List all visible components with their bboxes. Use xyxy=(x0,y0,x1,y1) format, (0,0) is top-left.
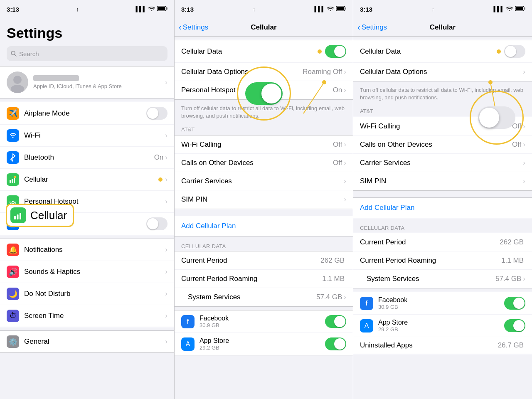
cell-options-value-2: Roaming Off xyxy=(303,68,342,76)
bluetooth-label: Bluetooth xyxy=(24,153,154,162)
cell-row-wifi-calling-2[interactable]: Wi-Fi Calling Off › xyxy=(175,135,353,154)
airplane-toggle[interactable] xyxy=(146,107,167,120)
current-roaming-label-2: Current Period Roaming xyxy=(181,275,322,283)
add-cellular-plan-3[interactable]: Add Cellular Plan xyxy=(353,197,532,218)
sim-chevron-3: › xyxy=(523,177,525,185)
cell-group-att-2: Wi-Fi Calling Off › Calls on Other Devic… xyxy=(175,135,353,209)
profile-info: Apple ID, iCloud, iTunes & App Store xyxy=(33,75,122,89)
appstore-icon-3: A xyxy=(360,319,373,332)
add-cellular-plan-2[interactable]: Add Cellular Plan xyxy=(175,216,353,236)
dnd-label: Do Not Disturb xyxy=(24,290,165,298)
time-1: 3:13 xyxy=(7,6,19,13)
system-services-value-3: 57.4 GB xyxy=(495,275,521,283)
general-label: General xyxy=(24,337,165,346)
cell-group-data-2: Current Period 262 GB Current Period Roa… xyxy=(175,251,353,307)
system-services-label-3: System Services xyxy=(367,275,495,283)
cell-row-options-3[interactable]: Cellular Data Options › xyxy=(353,63,532,81)
screentime-icon: ⏱ xyxy=(7,310,19,322)
cell-desc-2: Turn off cellular data to restrict all d… xyxy=(175,103,353,124)
svg-rect-14 xyxy=(17,214,19,219)
facebook-toggle-3[interactable] xyxy=(504,297,525,310)
data-row-current-2: Current Period 262 GB xyxy=(175,251,353,270)
calls-other-label-2: Calls on Other Devices xyxy=(181,159,333,167)
carrier-services-label-2: Carrier Services xyxy=(181,177,344,185)
cell-row-carrier-3[interactable]: Carrier Services › xyxy=(353,154,532,172)
settings-row-sounds[interactable]: 🔊 Sounds & Haptics › xyxy=(0,261,174,283)
cellular-data-toggle-2[interactable] xyxy=(325,45,346,58)
sounds-label: Sounds & Haptics xyxy=(24,268,165,276)
cell-row-hotspot-2[interactable]: Personal Hotspot On › xyxy=(175,81,353,99)
cell-row-calls-other-2[interactable]: Calls on Other Devices Off › xyxy=(175,154,353,172)
carrier-services-label-3: Carrier Services xyxy=(360,159,523,167)
settings-row-screentime[interactable]: ⏱ Screen Time › xyxy=(0,305,174,327)
cellular-chevron: › xyxy=(165,175,167,184)
cell-row-calls-other-3[interactable]: Calls on Other Devices Off › xyxy=(353,135,532,154)
cell-row-carrier-2[interactable]: Carrier Services › xyxy=(175,172,353,190)
airplane-label: Airplane Mode xyxy=(24,109,146,118)
appstore-name-3: App Store xyxy=(378,319,408,326)
notifications-chevron: › xyxy=(165,246,167,254)
carrier-label-3: AT&T xyxy=(353,106,532,117)
cell-row-options-2[interactable]: Cellular Data Options Roaming Off › xyxy=(175,63,353,81)
facebook-toggle-2[interactable] xyxy=(325,315,346,328)
nav-title-3: Cellular xyxy=(430,23,456,32)
appstore-toggle-3[interactable] xyxy=(504,319,525,332)
app-row-facebook-3[interactable]: f Facebook 30.9 GB xyxy=(353,292,532,315)
notifications-label: Notifications xyxy=(24,246,165,254)
data-row-uninstalled-3: Uninstalled Apps 26.7 GB xyxy=(353,337,532,354)
back-chevron-2: ‹ xyxy=(179,22,182,32)
sim-label-2: SIM PIN xyxy=(181,195,344,204)
bluetooth-chevron: › xyxy=(165,153,167,162)
data-row-system-3[interactable]: System Services 57.4 GB › xyxy=(353,270,532,288)
settings-row-wifi[interactable]: Wi-Fi › xyxy=(0,125,174,147)
back-button-2[interactable]: ‹ Settings xyxy=(179,22,208,32)
cellular-data-toggle-3[interactable] xyxy=(504,45,525,58)
system-chevron-2: › xyxy=(344,293,346,301)
nav-bar-2: ‹ Settings Cellular xyxy=(175,18,353,37)
carrier-label-2: AT&T xyxy=(175,124,353,135)
settings-row-bluetooth[interactable]: Bluetooth On › xyxy=(0,147,174,169)
cell-row-data-3[interactable]: Cellular Data xyxy=(353,40,532,63)
signal-icon-2: ▌▌▌ xyxy=(314,6,325,12)
app-row-appstore-2[interactable]: A App Store 29.2 GB xyxy=(175,333,353,355)
cell-list-3: Cellular Data Cellular Data Options › Tu… xyxy=(353,37,532,399)
cell-row-wifi-calling-3[interactable]: Wi-Fi Calling Off › xyxy=(353,117,532,135)
carrier-chevron-2: › xyxy=(344,177,346,185)
app-row-appstore-3[interactable]: A App Store 29.2 GB xyxy=(353,315,532,337)
yellow-dot-3 xyxy=(497,49,501,54)
location-icon-3: ↑ xyxy=(432,6,435,12)
bluetooth-icon xyxy=(7,151,19,164)
page-title: Settings xyxy=(0,18,174,44)
vpn-toggle[interactable] xyxy=(146,217,167,230)
cell-options-chevron-3: › xyxy=(523,68,525,76)
data-row-system-2[interactable]: System Services 57.4 GB › xyxy=(175,288,353,306)
sounds-chevron: › xyxy=(165,268,167,276)
search-placeholder: Search xyxy=(19,50,39,57)
wifi-calling-chevron-3: › xyxy=(523,122,525,131)
calls-other-value-2: Off xyxy=(333,159,342,167)
wifi-icon-3 xyxy=(506,6,513,12)
wifi-row-icon xyxy=(7,129,19,142)
svg-line-4 xyxy=(15,54,16,56)
cell-row-sim-2[interactable]: SIM PIN › xyxy=(175,190,353,209)
settings-row-airplane[interactable]: ✈️ Airplane Mode xyxy=(0,102,174,125)
app-row-facebook-2[interactable]: f Facebook 30.9 GB xyxy=(175,310,353,333)
settings-row-dnd[interactable]: 🌙 Do Not Disturb › xyxy=(0,283,174,305)
cell-desc-3: Turn off cellular data to restrict all d… xyxy=(353,85,532,106)
battery-icon-2 xyxy=(336,6,346,12)
settings-row-general[interactable]: ⚙️ General › xyxy=(0,331,174,352)
nav-title-2: Cellular xyxy=(251,23,276,32)
cell-row-sim-3[interactable]: SIM PIN › xyxy=(353,172,532,190)
settings-group-3: ⚙️ General › xyxy=(0,330,174,353)
facebook-name-3: Facebook xyxy=(378,296,407,304)
cell-row-data-2[interactable]: Cellular Data xyxy=(175,40,353,63)
cellular-row-icon xyxy=(7,173,19,186)
screentime-label: Screen Time xyxy=(24,312,165,320)
cellular-yellow-dot xyxy=(158,177,163,182)
back-button-3[interactable]: ‹ Settings xyxy=(357,22,387,32)
settings-row-notifications[interactable]: 🔔 Notifications › xyxy=(0,239,174,261)
appstore-toggle-2[interactable] xyxy=(325,337,346,350)
search-bar[interactable]: Search xyxy=(7,46,167,61)
settings-row-cellular[interactable]: Cellular › xyxy=(0,169,174,191)
profile-row[interactable]: Apple ID, iCloud, iTunes & App Store › xyxy=(0,66,174,99)
